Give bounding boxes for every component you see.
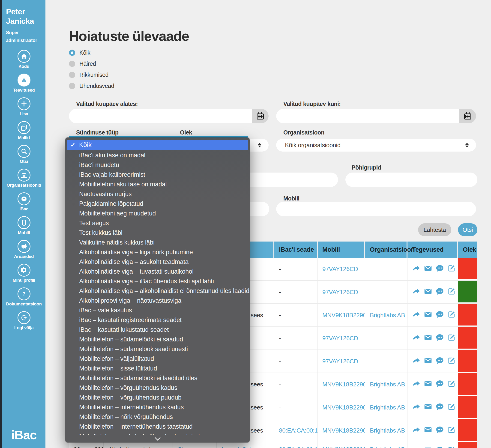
date-from-input[interactable]: [69, 109, 269, 123]
dropdown-option[interactable]: Mobiiltelefon – sisse lülitatud: [65, 364, 250, 373]
dropdown-option[interactable]: Mobiiltelefon – südamelöök saadi uuesti: [65, 344, 250, 354]
radio-selected-icon[interactable]: [69, 50, 75, 56]
edit-button[interactable]: [447, 402, 458, 412]
dropdown-option[interactable]: Mobiiltelefon – internetiühendus taastat…: [65, 422, 250, 431]
sidebar-item-organisatsioonid[interactable]: Organisatsioonid: [2, 169, 46, 188]
radio-option-rikkumised[interactable]: Rikkumised: [69, 69, 114, 80]
reset-button[interactable]: Lähtesta: [418, 223, 451, 236]
edit-button[interactable]: [447, 356, 458, 366]
phone-link[interactable]: MNV9K18B22903594: [318, 442, 365, 448]
edit-button[interactable]: [447, 333, 458, 343]
mail-button[interactable]: [424, 264, 436, 274]
dropdown-option[interactable]: Test kukkus läbi: [65, 228, 250, 238]
dropdown-option[interactable]: Mobiiltelefon – internetiühendus kadus: [65, 402, 250, 412]
dropdown-option[interactable]: Näotuvastus nurjus: [65, 189, 250, 199]
comment-button[interactable]: [436, 426, 447, 436]
edit-button[interactable]: [447, 426, 458, 436]
date-to-input[interactable]: [276, 109, 476, 123]
phone-link[interactable]: MNV9K18B22903594: [318, 304, 365, 327]
sidebar-item-minu-profiil[interactable]: Minu profiil: [2, 264, 46, 283]
share-button[interactable]: [412, 446, 424, 448]
sidebar-item-logi-valja[interactable]: Logi välja: [2, 311, 46, 330]
edit-button[interactable]: [447, 446, 458, 448]
device-cell[interactable]: 80:EA:CA:00:13:3B: [274, 442, 318, 448]
sidebar-item-mobiil[interactable]: Mobiil: [2, 216, 46, 235]
sidebar-item-mallid[interactable]: Mallid: [2, 121, 46, 140]
comment-button[interactable]: [436, 380, 447, 389]
mail-button[interactable]: [424, 287, 436, 297]
sidebar-item-teavitused[interactable]: Teavitused: [2, 74, 46, 93]
date-to-calendar-button[interactable]: [459, 109, 476, 123]
share-button[interactable]: [412, 264, 424, 274]
dropdown-option[interactable]: Mobiiltelefon – nõrk võrguühendus: [65, 412, 250, 422]
comment-button[interactable]: [436, 287, 447, 297]
radio-icon[interactable]: [69, 61, 75, 67]
organisation-link[interactable]: Brightlabs AB: [365, 442, 407, 448]
sidebar-item-otsi[interactable]: Otsi: [2, 145, 46, 164]
mail-button[interactable]: [424, 446, 436, 448]
dropdown-scroll-strip[interactable]: [65, 435, 250, 442]
edit-button[interactable]: [447, 380, 458, 389]
sidebar-item-kodu[interactable]: Kodu: [2, 50, 46, 69]
mail-button[interactable]: [424, 426, 436, 436]
organisation-link[interactable]: Brightlabs AB: [365, 396, 407, 419]
organisation-link[interactable]: Brightlabs AB: [365, 304, 407, 327]
comment-button[interactable]: [436, 402, 447, 412]
mail-button[interactable]: [424, 380, 436, 389]
phone-link[interactable]: 97VAY126CD: [318, 350, 365, 373]
share-button[interactable]: [412, 356, 424, 366]
mail-button[interactable]: [424, 356, 436, 366]
pohigrupid-input[interactable]: [345, 173, 477, 187]
phone-link[interactable]: MNV9K18B22903594: [318, 396, 365, 419]
edit-button[interactable]: [447, 310, 458, 320]
dropdown-option[interactable]: Mobiiltelefon – südamelööki ei laaditud …: [65, 373, 250, 383]
dropdown-option[interactable]: Alkoholinäidise viga – iBac ühendus test…: [65, 276, 250, 286]
dropdown-option[interactable]: Mobiiltelefon – võrguühendus kadus: [65, 383, 250, 393]
edit-button[interactable]: [447, 264, 458, 274]
organisatsioon-select[interactable]: Kõik organisatsioonid: [276, 139, 476, 151]
share-button[interactable]: [412, 310, 424, 320]
sidebar-item-aruanded[interactable]: Aruanded: [2, 240, 46, 259]
dropdown-option[interactable]: Paigaldamine lõpetatud: [65, 199, 250, 209]
radio-icon[interactable]: [69, 83, 75, 89]
radio-icon[interactable]: [69, 72, 75, 78]
comment-button[interactable]: [436, 310, 447, 320]
dropdown-option[interactable]: iBac vajab kalibreerimist: [65, 170, 250, 179]
share-button[interactable]: [412, 402, 424, 412]
dropdown-option[interactable]: iBac – vale kasutus: [65, 305, 250, 315]
phone-link[interactable]: 97VAY126CD: [318, 258, 365, 280]
mail-button[interactable]: [424, 402, 436, 412]
dropdown-option[interactable]: Mobiiltelefon – südamelööki ei saadud: [65, 335, 250, 344]
phone-link[interactable]: 97VAY126CD: [318, 327, 365, 349]
dropdown-option[interactable]: Alkoholinäidise viga – tuvastati suualko…: [65, 267, 250, 276]
phone-link[interactable]: 97VAY126CD: [318, 281, 365, 303]
share-button[interactable]: [412, 287, 424, 297]
comment-button[interactable]: [436, 356, 447, 366]
organisation-link[interactable]: Brightlabs AB: [365, 373, 407, 396]
dropdown-option[interactable]: Mobiiltelefon – võrguühendus puudub: [65, 393, 250, 402]
share-button[interactable]: [412, 333, 424, 343]
sidebar-item-ibac[interactable]: iBac: [2, 192, 46, 212]
dropdown-option[interactable]: Alkoholiproovi viga – näotuvastusviga: [65, 296, 250, 305]
radio-option-ühendusvead[interactable]: Ühendusvead: [69, 80, 114, 91]
phone-link[interactable]: MNV9K18B22903594: [318, 419, 365, 442]
organisation-link[interactable]: Brightlabs AB: [365, 419, 407, 442]
user-link[interactable]: Giacomo: [173, 442, 217, 448]
dropdown-option[interactable]: iBac'i muudetu: [65, 160, 250, 170]
edit-button[interactable]: [447, 287, 458, 297]
comment-button[interactable]: [436, 333, 447, 343]
mail-button[interactable]: [424, 310, 436, 320]
dropdown-option[interactable]: Valikuline näidis kukkus läbi: [65, 238, 250, 247]
dropdown-option[interactable]: Alkoholinäidise viga – alkoholinäidist e…: [65, 286, 250, 296]
dropdown-option[interactable]: iBac – kasutati lukustatud seadet: [65, 325, 250, 335]
search-button[interactable]: Otsi: [458, 223, 477, 236]
share-button[interactable]: [412, 426, 424, 436]
device-cell[interactable]: 80:EA:CA:00:13:3B: [274, 419, 318, 442]
dropdown-option[interactable]: Mobiiltelefon – väljalülitatud: [65, 354, 250, 364]
radio-option-häired[interactable]: Häired: [69, 58, 114, 69]
dropdown-option[interactable]: Mobiiltelefoni aeg muudetud: [65, 209, 250, 218]
comment-button[interactable]: [436, 264, 447, 274]
phone-link[interactable]: MNV9K18B22903594: [318, 373, 365, 396]
group-link[interactable]: AmarulaSubgroup: [220, 446, 268, 448]
sidebar-item-dokumentatsioon[interactable]: ?Dokumentatsioon: [2, 288, 46, 307]
